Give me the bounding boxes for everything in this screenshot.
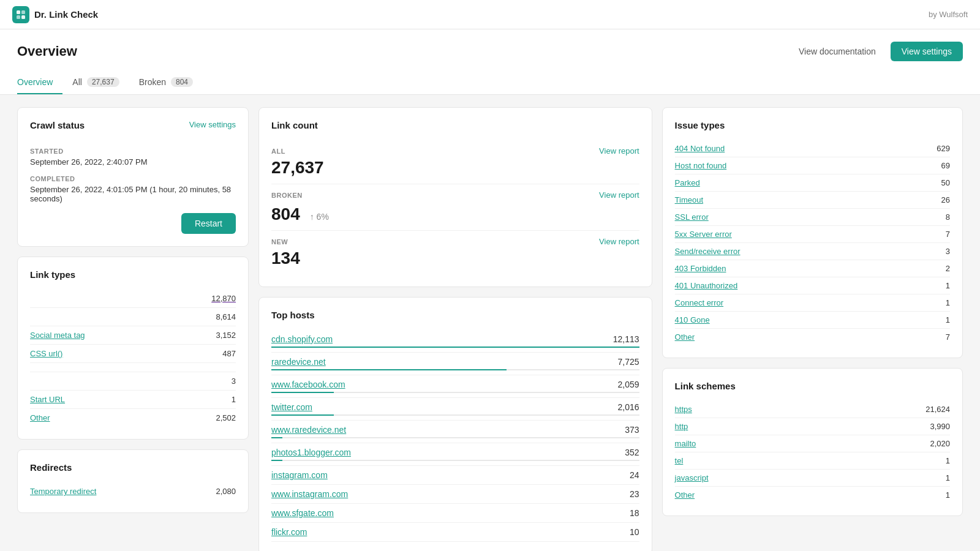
scheme-count: 3,990 xyxy=(930,422,950,431)
link-type-count: 12,870 xyxy=(211,294,236,303)
broken-value: 804 xyxy=(271,204,300,224)
restart-button[interactable]: Restart xyxy=(181,213,236,234)
issue-types-title: Issue types xyxy=(675,120,950,130)
top-hosts-card: Top hosts cdn.shopify.com 12,113 raredev… xyxy=(258,297,652,551)
scheme-item: http 3,990 xyxy=(675,418,950,435)
scheme-name[interactable]: mailto xyxy=(675,439,696,448)
host-name[interactable]: cdn.shopify.com xyxy=(271,334,333,344)
view-report-new[interactable]: View report xyxy=(599,237,639,246)
view-report-broken[interactable]: View report xyxy=(599,190,639,200)
host-item: www.raredevice.net 373 xyxy=(271,421,639,443)
scheme-name[interactable]: javascript xyxy=(675,473,709,482)
issue-item: Host not found 69 xyxy=(675,157,950,174)
host-count: 7,725 xyxy=(618,357,639,367)
issue-item: 410 Gone 1 xyxy=(675,312,950,329)
issue-name[interactable]: 401 Unauthorized xyxy=(675,281,738,290)
host-item: www.instagram.com 23 xyxy=(271,485,639,504)
tabs: Overview All 27,637 Broken 804 xyxy=(17,71,963,94)
logo-icon xyxy=(12,6,29,23)
host-name[interactable]: www.raredevice.net xyxy=(271,425,346,435)
link-type-count: 8,614 xyxy=(216,312,236,321)
new-value: 134 xyxy=(271,249,639,268)
scheme-item: https 21,624 xyxy=(675,401,950,418)
host-item: twitter.com 2,016 xyxy=(271,398,639,421)
issue-item: Send/receive error 3 xyxy=(675,243,950,260)
link-type-name[interactable]: CSS url() xyxy=(30,349,62,358)
redirect-count: 2,080 xyxy=(216,487,236,496)
link-types-card: Link types 12,870 8,614 Social meta tag … xyxy=(17,257,249,440)
issue-item: Timeout 26 xyxy=(675,192,950,209)
host-name[interactable]: photos1.blogger.com xyxy=(271,448,351,457)
host-name[interactable]: www.instagram.com xyxy=(271,489,348,499)
host-name[interactable]: raredevice.net xyxy=(271,357,326,367)
all-value: 27,637 xyxy=(271,158,639,178)
issue-name[interactable]: 404 Not found xyxy=(675,144,725,153)
view-report-all[interactable]: View report xyxy=(599,146,639,156)
link-type-item: 3 xyxy=(30,372,236,391)
tab-all[interactable]: All 27,637 xyxy=(72,71,129,94)
issue-name[interactable]: Connect error xyxy=(675,298,723,307)
host-item: photos1.blogger.com 352 xyxy=(271,443,639,466)
host-item: cdn.shopify.com 12,113 xyxy=(271,330,639,353)
app-name: Dr. Link Check xyxy=(34,9,98,20)
right-column: Issue types 404 Not found 629 Host not f… xyxy=(662,107,963,551)
tab-broken[interactable]: Broken 804 xyxy=(139,71,203,94)
page-title: Overview xyxy=(17,43,77,59)
scheme-name[interactable]: Other xyxy=(675,490,695,500)
host-name[interactable]: www.sfgate.com xyxy=(271,508,334,518)
started-value: September 26, 2022, 2:40:07 PM xyxy=(30,157,236,167)
scheme-name[interactable]: http xyxy=(675,422,688,431)
issue-count: 50 xyxy=(941,178,950,187)
issue-name[interactable]: Timeout xyxy=(675,195,703,204)
issue-name[interactable]: Other xyxy=(675,332,695,342)
host-item: flickr.com 10 xyxy=(271,523,639,542)
issue-item: Connect error 1 xyxy=(675,294,950,312)
view-settings-link[interactable]: View settings xyxy=(189,120,236,129)
host-name[interactable]: www.facebook.com xyxy=(271,380,345,389)
link-type-item: </span> <span class="link-type-count" da… xyxy=(30,363,236,372)
issue-count: 26 xyxy=(941,195,950,204)
svg-rect-3 xyxy=(21,15,25,19)
link-type-name[interactable]: Social meta tag xyxy=(30,331,85,340)
link-type-item: Start URL 1 xyxy=(30,391,236,409)
host-name[interactable]: flickr.com xyxy=(271,527,307,537)
broken-metric: BROKEN View report 804 ↑ 6% xyxy=(271,184,639,231)
host-name[interactable]: instagram.com xyxy=(271,470,328,480)
issue-count: 1 xyxy=(946,315,950,324)
scheme-count: 1 xyxy=(946,473,950,482)
issue-name[interactable]: 5xx Server error xyxy=(675,230,732,239)
link-type-name[interactable]: Other xyxy=(30,413,50,422)
link-type-item: 8,614 xyxy=(30,308,236,326)
host-item: raredevice.net 7,725 xyxy=(271,353,639,375)
scheme-item: javascript 1 xyxy=(675,470,950,487)
redirect-item: Temporary redirect 2,080 xyxy=(30,482,236,500)
tab-overview[interactable]: Overview xyxy=(17,71,62,94)
issue-name[interactable]: 403 Forbidden xyxy=(675,264,726,273)
link-type-item: Social meta tag 3,152 xyxy=(30,326,236,345)
scheme-item: tel 1 xyxy=(675,452,950,470)
redirect-name[interactable]: Temporary redirect xyxy=(30,487,96,496)
issue-count: 7 xyxy=(946,332,950,342)
issue-name[interactable]: Send/receive error xyxy=(675,247,741,256)
svg-rect-0 xyxy=(17,10,20,14)
view-settings-button[interactable]: View settings xyxy=(891,42,963,61)
issue-item: 5xx Server error 7 xyxy=(675,226,950,243)
link-count-title: Link count xyxy=(271,120,639,130)
crawl-status-card: Crawl status View settings STARTED Septe… xyxy=(17,107,249,247)
issue-name[interactable]: SSL error xyxy=(675,212,709,222)
issue-count: 8 xyxy=(946,212,950,222)
scheme-name[interactable]: tel xyxy=(675,456,684,465)
host-name[interactable]: twitter.com xyxy=(271,402,312,412)
issue-name[interactable]: Host not found xyxy=(675,161,727,170)
link-type-name[interactable]: Start URL xyxy=(30,395,65,404)
issue-name[interactable]: Parked xyxy=(675,178,700,187)
issue-count: 2 xyxy=(946,264,950,273)
issue-item: 404 Not found 629 xyxy=(675,140,950,157)
scheme-count: 2,020 xyxy=(930,439,950,448)
new-label: NEW xyxy=(271,238,288,246)
link-types-title: Link types xyxy=(30,269,236,280)
scheme-name[interactable]: https xyxy=(675,405,692,414)
issue-name[interactable]: 410 Gone xyxy=(675,315,710,324)
link-type-count: 487 xyxy=(222,349,236,358)
view-documentation-button[interactable]: View documentation xyxy=(791,43,883,60)
